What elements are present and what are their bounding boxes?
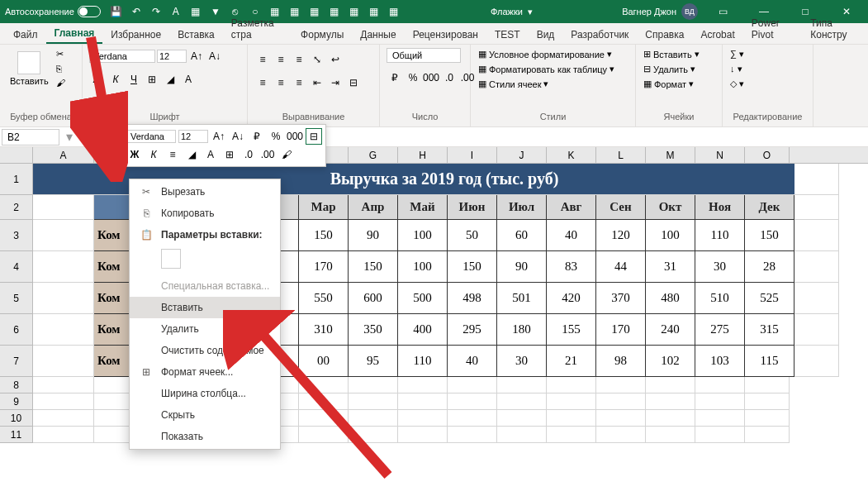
data-cell[interactable]: 110 <box>398 346 448 377</box>
data-cell[interactable]: 31 <box>646 251 695 283</box>
percent-icon[interactable]: % <box>405 69 421 86</box>
col-header-G[interactable]: G <box>349 147 398 163</box>
mini-font-select[interactable] <box>126 130 176 143</box>
row-header-5[interactable]: 5 <box>0 283 33 314</box>
name-box-dropdown-icon[interactable]: ▾ <box>61 129 78 145</box>
data-cell[interactable]: 100 <box>398 251 448 283</box>
mini-align-icon[interactable]: ≡ <box>164 146 181 163</box>
ctx-format-cells[interactable]: ⊞Формат ячеек... <box>130 361 280 383</box>
data-cell[interactable]: 275 <box>695 314 745 346</box>
increase-indent-icon[interactable]: ⇥ <box>327 74 344 91</box>
ribbon-display-icon[interactable]: ▭ <box>706 0 739 23</box>
data-cell[interactable]: 315 <box>745 314 794 346</box>
chevron-down-icon[interactable]: ▾ <box>528 7 533 17</box>
tab-file[interactable]: Файл <box>5 26 46 44</box>
tab-view[interactable]: Вид <box>529 26 563 44</box>
decrease-font-icon[interactable]: A↓ <box>206 48 223 64</box>
cell-styles-button[interactable]: ▦ Стили ячеек ▾ <box>477 78 628 90</box>
data-cell[interactable]: 103 <box>695 346 745 377</box>
qat-icon[interactable]: ▦ <box>387 4 401 19</box>
tab-page-layout[interactable]: Разметка стра <box>223 14 292 44</box>
data-cell[interactable]: 44 <box>596 251 646 283</box>
ctx-hide[interactable]: Скрыть <box>130 404 280 426</box>
italic-button[interactable]: К <box>107 71 124 88</box>
save-icon[interactable]: 💾 <box>109 4 124 19</box>
fill-button[interactable]: ↓ ▾ <box>729 63 806 75</box>
header-cell[interactable]: Окт <box>646 195 695 220</box>
mini-italic-button[interactable]: К <box>145 146 162 163</box>
header-cell[interactable]: Июн <box>448 195 497 220</box>
align-top-icon[interactable]: ≡ <box>254 51 271 68</box>
qat-icon[interactable]: ▦ <box>367 4 382 19</box>
data-cell[interactable]: 115 <box>745 346 794 377</box>
data-cell[interactable]: 40 <box>448 346 497 377</box>
copy-button[interactable]: ⎘ <box>55 63 66 74</box>
ctx-column-width[interactable]: Ширина столбца... <box>130 383 280 404</box>
autosum-button[interactable]: ∑ ▾ <box>729 48 806 60</box>
data-cell[interactable]: 525 <box>745 283 794 314</box>
col-header-L[interactable]: L <box>596 147 646 163</box>
data-cell[interactable]: 510 <box>695 283 745 314</box>
merge-icon[interactable]: ⊟ <box>345 74 362 91</box>
qat-icon[interactable]: ▦ <box>188 4 203 19</box>
align-right-icon[interactable]: ≡ <box>291 74 307 91</box>
data-cell[interactable]: 110 <box>695 220 745 251</box>
row-header-8[interactable]: 8 <box>0 377 33 393</box>
conditional-formatting-button[interactable]: ▦ Условное форматирование ▾ <box>477 48 628 60</box>
col-header-A[interactable]: A <box>33 147 94 163</box>
data-cell[interactable]: 480 <box>646 283 695 314</box>
data-cell[interactable]: 90 <box>349 220 398 251</box>
header-cell[interactable]: Сен <box>596 195 646 220</box>
header-cell[interactable]: Авг <box>547 195 596 220</box>
col-header-N[interactable]: N <box>695 147 745 163</box>
autosave-toggle-icon[interactable] <box>78 6 101 17</box>
data-cell[interactable]: 498 <box>448 283 497 314</box>
data-cell[interactable]: 95 <box>349 346 398 377</box>
col-header-H[interactable]: H <box>398 147 448 163</box>
font-size-select[interactable] <box>157 50 187 63</box>
data-cell[interactable]: 150 <box>299 220 349 251</box>
format-cells-button[interactable]: ▦ Формат ▾ <box>643 78 715 90</box>
col-header-M[interactable]: M <box>646 147 695 163</box>
col-header-K[interactable]: K <box>547 147 596 163</box>
mini-bold-button[interactable]: Ж <box>126 146 143 163</box>
data-cell[interactable]: 120 <box>596 220 646 251</box>
cut-button[interactable]: ✂ <box>55 48 66 60</box>
font-color-icon[interactable]: A <box>180 71 197 88</box>
paste-option-icon[interactable] <box>161 249 181 269</box>
font-color-icon[interactable]: A <box>168 4 183 19</box>
mini-decimal-inc-icon[interactable]: .0 <box>240 146 257 163</box>
user-badge[interactable]: Вагнер Джон ВД <box>622 3 698 20</box>
tab-home[interactable]: Главная <box>46 24 103 44</box>
data-cell[interactable]: 83 <box>547 251 596 283</box>
data-cell[interactable]: 550 <box>299 283 349 314</box>
ctx-delete[interactable]: Удалить <box>130 318 280 340</box>
data-cell[interactable]: 420 <box>547 283 596 314</box>
row-header-9[interactable]: 9 <box>0 393 33 410</box>
name-box[interactable] <box>2 129 59 145</box>
data-cell[interactable]: 150 <box>349 251 398 283</box>
header-cell[interactable]: Май <box>398 195 448 220</box>
clear-button[interactable]: ◇ ▾ <box>729 78 806 90</box>
data-cell[interactable]: 350 <box>349 314 398 346</box>
row-header-1[interactable]: 1 <box>0 164 33 195</box>
wrap-text-icon[interactable]: ↩ <box>327 51 344 68</box>
header-cell[interactable]: Ноя <box>695 195 745 220</box>
data-cell[interactable]: 00 <box>299 346 349 377</box>
data-cell[interactable]: 98 <box>596 346 646 377</box>
mini-comma-icon[interactable]: 000 <box>287 128 303 145</box>
data-cell[interactable]: 180 <box>497 314 547 346</box>
data-cell[interactable]: 50 <box>448 220 497 251</box>
decrease-indent-icon[interactable]: ⇤ <box>309 74 325 91</box>
row-header-4[interactable]: 4 <box>0 251 33 283</box>
row-header-2[interactable]: 2 <box>0 195 33 220</box>
redo-icon[interactable]: ↷ <box>149 4 164 19</box>
row-header-10[interactable]: 10 <box>0 410 33 427</box>
tab-power-pivot[interactable]: Power Pivot <box>743 14 802 44</box>
fill-color-icon[interactable]: ◢ <box>162 71 178 88</box>
col-header-I[interactable]: I <box>448 147 497 163</box>
autosave[interactable]: Автосохранение <box>5 6 101 17</box>
data-cell[interactable]: 60 <box>497 220 547 251</box>
align-middle-icon[interactable]: ≡ <box>273 51 289 68</box>
tab-review[interactable]: Рецензирован <box>405 26 486 44</box>
